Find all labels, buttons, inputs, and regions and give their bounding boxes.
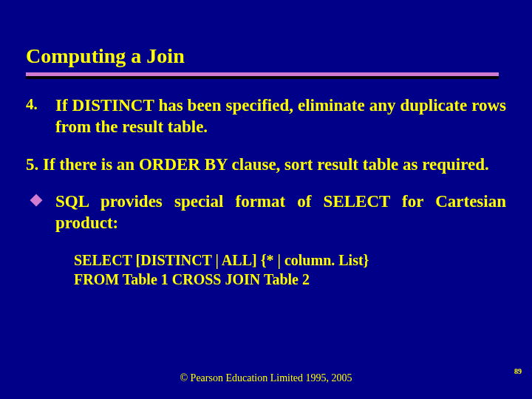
footer-copyright: © Pearson Education Limited 1995, 2005 [0,372,532,384]
title-underline-shadow [26,76,499,79]
body-list: 4. If DISTINCT has been specified, elimi… [26,95,506,289]
slide-content: Computing a Join 4. If DISTINCT has been… [0,0,532,289]
slide-title: Computing a Join [26,44,506,72]
list-text: 5. If there is an ORDER BY clause, sort … [26,154,502,176]
diamond-bullet-icon [26,191,55,234]
code-line: FROM Table 1 CROSS JOIN Table 2 [74,270,506,289]
list-item-5: 5. If there is an ORDER BY clause, sort … [26,154,506,176]
title-block: Computing a Join [26,44,506,79]
list-text: If DISTINCT has been specified, eliminat… [55,95,506,138]
list-item-bullet: SQL provides special format of SELECT fo… [26,191,506,234]
list-item-4: 4. If DISTINCT has been specified, elimi… [26,95,506,138]
list-number: 4. [26,95,55,138]
code-block: SELECT [DISTINCT | ALL] {* | column. Lis… [74,250,506,289]
list-text: SQL provides special format of SELECT fo… [55,191,506,234]
diamond-icon [30,194,43,207]
page-number: 89 [514,367,522,375]
code-line: SELECT [DISTINCT | ALL] {* | column. Lis… [74,250,506,270]
